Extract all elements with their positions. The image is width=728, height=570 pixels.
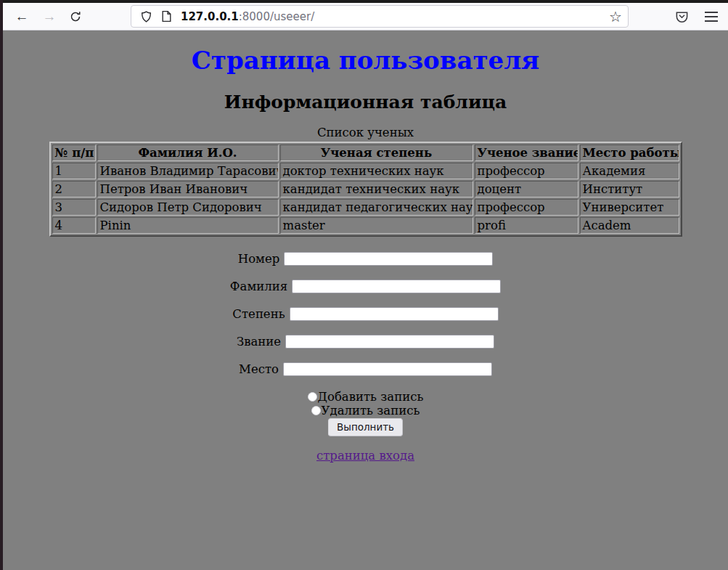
header-surname: Фамилия И.О. xyxy=(97,144,279,161)
header-place: Место работы xyxy=(580,144,679,161)
surname-label: Фамилия xyxy=(230,280,287,293)
place-input[interactable] xyxy=(283,362,492,376)
url-domain: 127.0.0.1 xyxy=(181,10,239,23)
place-label: Место xyxy=(239,362,279,376)
cell-number: 4 xyxy=(52,217,96,234)
number-label: Номер xyxy=(238,252,279,266)
form-row-rank: Звание xyxy=(3,335,728,349)
cell-surname: Pinin xyxy=(97,217,279,234)
form-row-number: Номер xyxy=(3,252,728,266)
degree-input[interactable] xyxy=(290,307,499,321)
degree-label: Степень xyxy=(232,307,285,321)
scientists-table: Список ученых № п/п Фамилия И.О. Ученая … xyxy=(49,126,682,237)
rank-label: Звание xyxy=(237,335,281,349)
cell-degree: master xyxy=(280,217,473,234)
rank-input[interactable] xyxy=(285,335,494,349)
table-row: 4 Pinin master profi Academ xyxy=(52,217,679,234)
header-degree: Ученая степень xyxy=(280,144,473,161)
cell-rank: профессор xyxy=(475,163,578,179)
login-page-link[interactable]: страница входа xyxy=(316,449,414,463)
radio-row-delete: Удалить запись xyxy=(3,404,728,418)
url-path: :8000/useeer/ xyxy=(239,10,315,23)
cell-degree: кандидат технических наук xyxy=(280,181,473,198)
cell-rank: профессор xyxy=(475,199,578,216)
back-icon[interactable]: ← xyxy=(13,8,30,25)
url-text[interactable]: 127.0.0.1:8000/useeer/ xyxy=(181,10,609,23)
record-form: Номер Фамилия Степень Звание Место Добав… xyxy=(3,252,728,436)
page-content: Страница пользователя Информационная таб… xyxy=(3,31,728,570)
cell-place: Academ xyxy=(580,217,679,234)
cell-degree: доктор технических наук xyxy=(280,163,473,179)
cell-rank: profi xyxy=(475,217,578,234)
table-header-row: № п/п Фамилия И.О. Ученая степень Ученое… xyxy=(52,144,679,161)
window-frame-left xyxy=(0,0,3,570)
form-row-degree: Степень xyxy=(3,307,728,321)
cell-number: 1 xyxy=(52,163,96,179)
add-record-radio[interactable] xyxy=(308,392,317,402)
cell-place: Университет xyxy=(580,199,679,216)
table-row: 3 Сидоров Петр Сидорович кандидат педаго… xyxy=(52,199,679,216)
delete-record-radio[interactable] xyxy=(311,406,321,415)
bookmark-star-icon[interactable]: ☆ xyxy=(609,9,622,24)
cell-number: 2 xyxy=(52,181,96,198)
header-number: № п/п xyxy=(52,144,96,161)
url-bar[interactable]: 127.0.0.1:8000/useeer/ ☆ xyxy=(131,5,629,28)
pocket-icon[interactable] xyxy=(675,9,689,23)
cell-surname: Петров Иван Иванович xyxy=(97,181,279,198)
table-caption: Список ученых xyxy=(49,126,682,142)
window-frame-top xyxy=(0,0,728,3)
delete-record-label: Удалить запись xyxy=(322,404,420,418)
page-title: Страница пользователя xyxy=(3,46,728,75)
cell-place: Институт xyxy=(580,181,679,198)
surname-input[interactable] xyxy=(292,280,501,293)
cell-degree: кандидат педагогических наук xyxy=(280,199,473,216)
form-row-place: Место xyxy=(3,362,728,376)
header-rank: Ученое звание xyxy=(475,144,578,161)
radio-row-add: Добавить запись xyxy=(3,390,728,404)
form-row-surname: Фамилия xyxy=(3,280,728,293)
cell-place: Академия xyxy=(580,163,679,179)
cell-rank: доцент xyxy=(475,181,578,198)
menu-icon[interactable] xyxy=(705,12,718,22)
page-info-icon[interactable] xyxy=(159,9,173,24)
shield-icon[interactable] xyxy=(139,9,153,24)
cell-surname: Иванов Владимир Тарасович xyxy=(97,163,279,179)
reload-icon[interactable] xyxy=(67,8,84,25)
table-row: 1 Иванов Владимир Тарасович доктор техни… xyxy=(52,163,679,179)
cell-surname: Сидоров Петр Сидорович xyxy=(97,199,279,216)
table-row: 2 Петров Иван Иванович кандидат техничес… xyxy=(52,181,679,198)
forward-icon[interactable]: → xyxy=(41,8,58,25)
number-input[interactable] xyxy=(284,252,493,266)
page-subtitle: Информационная таблица xyxy=(3,91,728,113)
cell-number: 3 xyxy=(52,199,96,216)
execute-button[interactable]: Выполнить xyxy=(328,418,403,436)
browser-toolbar: ← → 127.0.0.1:8000/useeer/ ☆ xyxy=(3,3,728,30)
add-record-label: Добавить запись xyxy=(318,390,424,404)
